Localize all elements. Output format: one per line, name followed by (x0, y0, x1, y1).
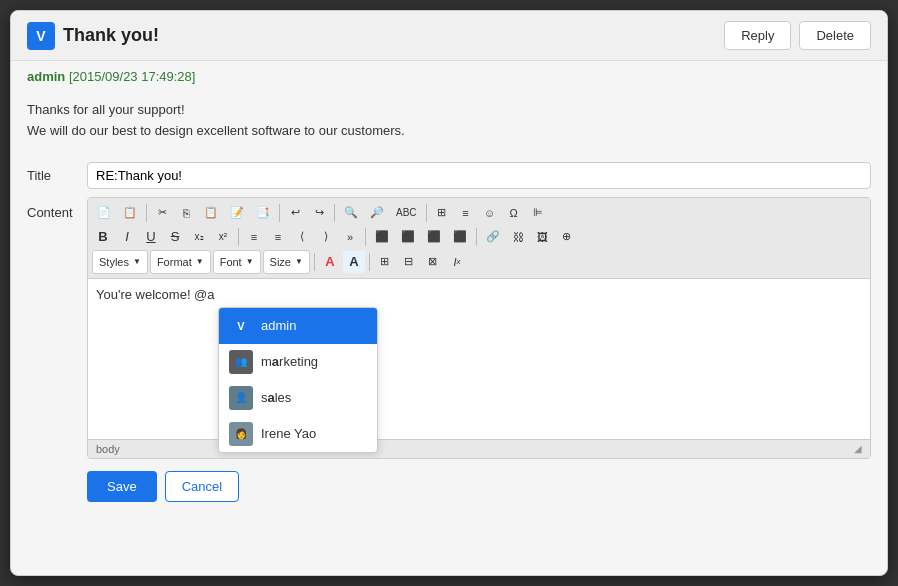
editor-wrapper: 📄 📋 ✂ ⎘ 📋 📝 📑 ↩ ↪ 🔍 🔎 (87, 197, 871, 459)
tb-align-center[interactable]: ⬛ (396, 226, 420, 248)
tb-image[interactable]: 🖼 (531, 226, 553, 248)
avatar-admin: V (229, 314, 253, 338)
tb-remove-format[interactable]: Ix (446, 251, 468, 273)
avatar-sales: 👤 (229, 386, 253, 410)
autocomplete-item-marketing[interactable]: 👥 marketing (219, 344, 377, 380)
tb-open[interactable]: 📋 (118, 202, 142, 224)
ac-name-irene: Irene Yao (261, 426, 316, 441)
tb-align-justify[interactable]: ⬛ (448, 226, 472, 248)
font-dropdown[interactable]: Font ▼ (213, 250, 261, 274)
reply-button[interactable]: Reply (724, 21, 791, 50)
avatar-icon: 👩 (235, 428, 247, 439)
format-dropdown[interactable]: Format ▼ (150, 250, 211, 274)
tb-strikethrough[interactable]: S (164, 226, 186, 248)
tb-bg-color[interactable]: A (343, 251, 365, 273)
avatar-marketing: 👥 (229, 350, 253, 374)
ac-name-sales: sales (261, 390, 291, 405)
tb-show-blocks[interactable]: ⊟ (398, 251, 420, 273)
tb-underline[interactable]: U (140, 226, 162, 248)
tb-maximize[interactable]: ⊞ (374, 251, 396, 273)
tb-superscript[interactable]: x² (212, 226, 234, 248)
email-body-line1: Thanks for all your support! (27, 100, 871, 121)
tb-italic[interactable]: I (116, 226, 138, 248)
autocomplete-item-irene[interactable]: 👩 Irene Yao (219, 416, 377, 452)
highlight-a: a (268, 390, 275, 405)
editor-tag: body (96, 443, 120, 455)
tb-paste3[interactable]: 📑 (251, 202, 275, 224)
size-dropdown[interactable]: Size ▼ (263, 250, 310, 274)
tb-indent-more[interactable]: ⟩ (315, 226, 337, 248)
tb-replace[interactable]: 🔎 (365, 202, 389, 224)
tb-font-color[interactable]: A (319, 251, 341, 273)
logo-icon: V (27, 22, 55, 50)
email-timestamp: [2015/09/23 17:49:28] (69, 69, 196, 84)
tb-ordered-list[interactable]: ≡ (243, 226, 265, 248)
format-arrow: ▼ (196, 257, 204, 266)
title-row: Title (27, 162, 871, 189)
separator (426, 204, 427, 222)
toolbar: 📄 📋 ✂ ⎘ 📋 📝 📑 ↩ ↪ 🔍 🔎 (88, 198, 870, 279)
tb-emoji[interactable]: ☺ (479, 202, 501, 224)
tb-unordered-list[interactable]: ≡ (267, 226, 289, 248)
form-area: Title Content 📄 📋 ✂ ⎘ 📋 📝 (11, 154, 887, 510)
save-button[interactable]: Save (87, 471, 157, 502)
tb-bold[interactable]: B (92, 226, 114, 248)
tb-copy[interactable]: ⎘ (175, 202, 197, 224)
header-buttons: Reply Delete (724, 21, 871, 50)
toolbar-row-1: 📄 📋 ✂ ⎘ 📋 📝 📑 ↩ ↪ 🔍 🔎 (92, 202, 866, 224)
tb-table[interactable]: ⊞ (431, 202, 453, 224)
autocomplete-item-admin[interactable]: V admin (219, 308, 377, 344)
styles-dropdown[interactable]: Styles ▼ (92, 250, 148, 274)
size-arrow: ▼ (295, 257, 303, 266)
tb-align-right[interactable]: ⬛ (422, 226, 446, 248)
tb-more[interactable]: ⊕ (555, 226, 577, 248)
ac-name-marketing: marketing (261, 354, 318, 369)
separator (365, 228, 366, 246)
highlight-a: a (261, 318, 268, 333)
page-title: Thank you! (63, 25, 159, 46)
tb-special-char[interactable]: Ω (503, 202, 525, 224)
tb-indent-less[interactable]: ⟨ (291, 226, 313, 248)
separator (314, 253, 315, 271)
email-body: Thanks for all your support! We will do … (11, 92, 887, 154)
tb-unlink[interactable]: ⛓ (507, 226, 529, 248)
email-author: admin (27, 69, 65, 84)
tb-blockquote[interactable]: » (339, 226, 361, 248)
font-arrow: ▼ (246, 257, 254, 266)
content-label: Content (27, 197, 87, 220)
title-input[interactable] (87, 162, 871, 189)
tb-align-left[interactable]: ⬛ (370, 226, 394, 248)
tb-redo[interactable]: ↪ (308, 202, 330, 224)
editor-content[interactable]: You're welcome! @a V admin (88, 279, 870, 439)
tb-block[interactable]: ⊫ (527, 202, 549, 224)
separator (279, 204, 280, 222)
separator (476, 228, 477, 246)
header: V Thank you! Reply Delete (11, 11, 887, 61)
separator (238, 228, 239, 246)
email-window: V Thank you! Reply Delete admin [2015/09… (10, 10, 888, 576)
tb-cut[interactable]: ✂ (151, 202, 173, 224)
format-label: Format (157, 256, 192, 268)
tb-spellcheck[interactable]: ABC (391, 202, 422, 224)
header-left: V Thank you! (27, 22, 159, 50)
tb-list[interactable]: ≡ (455, 202, 477, 224)
resize-handle[interactable]: ◢ (854, 443, 862, 454)
tb-align-tool[interactable]: ⊠ (422, 251, 444, 273)
avatar-icon: 👤 (235, 392, 247, 403)
tb-new-doc[interactable]: 📄 (92, 202, 116, 224)
tb-link[interactable]: 🔗 (481, 226, 505, 248)
toolbar-row-2: B I U S x₂ x² ≡ ≡ ⟨ ⟩ » ⬛ ⬛ (92, 226, 866, 248)
delete-button[interactable]: Delete (799, 21, 871, 50)
tb-subscript[interactable]: x₂ (188, 226, 210, 248)
autocomplete-item-sales[interactable]: 👤 sales (219, 380, 377, 416)
editor-footer: body ◢ (88, 439, 870, 458)
avatar-icon: 👥 (235, 356, 247, 367)
email-body-line2: We will do our best to design excellent … (27, 121, 871, 142)
tb-find[interactable]: 🔍 (339, 202, 363, 224)
highlight-a: a (272, 354, 279, 369)
form-buttons: Save Cancel (27, 471, 871, 502)
tb-undo[interactable]: ↩ (284, 202, 306, 224)
tb-paste[interactable]: 📋 (199, 202, 223, 224)
tb-paste2[interactable]: 📝 (225, 202, 249, 224)
cancel-button[interactable]: Cancel (165, 471, 239, 502)
